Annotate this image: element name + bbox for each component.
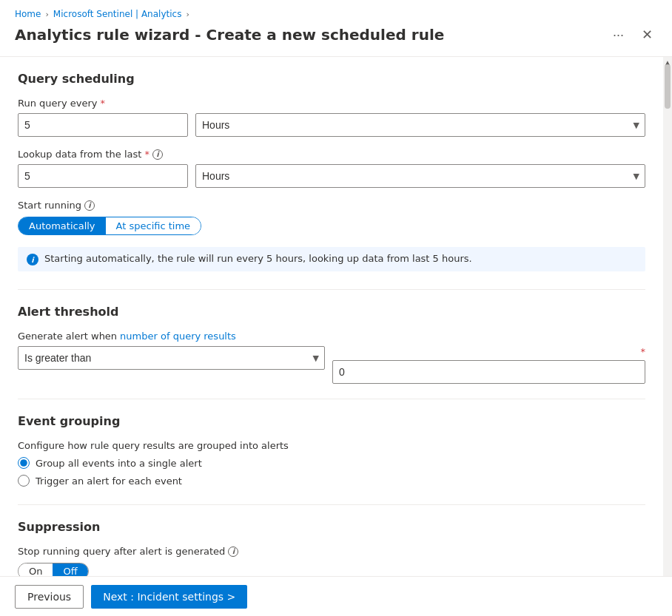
run-query-unit-wrapper: Hours ▼ [195,113,645,137]
start-running-info-icon[interactable]: i [84,200,95,211]
breadcrumb: Home › Microsoft Sentinel | Analytics › [0,0,672,25]
page-title: Analytics rule wizard - Create a new sch… [15,26,444,44]
run-query-input[interactable] [18,113,188,137]
threshold-required-indicator: * [332,346,645,357]
alert-threshold-section: Alert threshold Generate alert when numb… [18,305,645,384]
scrollbar: ▲ ▼ [663,57,672,599]
run-query-group: Run query every * Hours ▼ [18,98,645,137]
suppression-title: Suppression [18,520,645,534]
radio-each-event[interactable]: Trigger an alert for each event [18,475,645,487]
query-scheduling-title: Query scheduling [18,72,645,86]
threshold-value-input[interactable] [332,360,645,384]
lookup-input-wrapper [18,164,188,188]
previous-button[interactable]: Previous [15,585,84,609]
threshold-row: Is greater than ▼ * [18,346,645,384]
run-query-required: * [100,98,105,109]
info-box-text: Starting automatically, the rule will ru… [44,253,472,264]
run-query-unit-select[interactable]: Hours [195,113,645,137]
lookup-group: Lookup data from the last * i Hours ▼ [18,149,645,188]
close-button[interactable]: ✕ [637,25,657,44]
radio-each-event-label: Trigger an alert for each event [36,475,182,487]
lookup-unit-wrapper: Hours ▼ [195,164,645,188]
auto-button[interactable]: Automatically [19,217,106,234]
form-area: Query scheduling Run query every * Hours [0,57,663,599]
lookup-info-icon[interactable]: i [152,149,163,160]
breadcrumb-sentinel[interactable]: Microsoft Sentinel | Analytics [53,9,182,19]
page-header: Analytics rule wizard - Create a new sch… [0,25,672,57]
lookup-label: Lookup data from the last * i [18,149,645,160]
more-options-button[interactable]: ··· [608,26,628,44]
divider-2 [18,399,645,399]
info-box: i Starting automatically, the rule will … [18,247,645,271]
breadcrumb-sep-2: › [186,10,189,19]
run-query-input-wrapper [18,113,188,137]
breadcrumb-sep-1: › [45,10,48,19]
radio-group-all[interactable]: Group all events into a single alert [18,457,645,469]
start-running-toggle-group: Automatically At specific time [18,217,201,235]
lookup-unit-select[interactable]: Hours [195,164,645,188]
start-running-label: Start running i [18,200,645,211]
info-box-icon: i [27,254,38,265]
event-grouping-section: Event grouping Configure how rule query … [18,414,645,487]
suppression-info-icon[interactable]: i [228,546,238,557]
event-grouping-radio-group: Group all events into a single alert Tri… [18,457,645,487]
radio-group-all-input[interactable] [18,457,30,469]
run-query-row: Hours ▼ [18,113,645,137]
alert-threshold-title: Alert threshold [18,305,645,319]
header-icons: ··· ✕ [608,25,657,44]
threshold-value-group: * [332,346,645,384]
configure-text: Configure how rule query results are gro… [18,440,645,451]
divider-1 [18,289,645,290]
radio-each-event-input[interactable] [18,475,30,487]
generate-label: Generate alert when number of query resu… [18,331,645,342]
specific-time-button[interactable]: At specific time [106,217,201,234]
suppression-section: Suppression Stop running query after ale… [18,520,645,580]
query-scheduling-section: Query scheduling Run query every * Hours [18,72,645,271]
suppression-label: Stop running query after alert is genera… [18,546,645,557]
lookup-row: Hours ▼ [18,164,645,188]
scrollbar-thumb[interactable] [665,64,671,109]
radio-group-all-label: Group all events into a single alert [36,458,202,469]
event-grouping-title: Event grouping [18,414,645,428]
main-content: Query scheduling Run query every * Hours [0,57,672,599]
start-running-section: Start running i Automatically At specifi… [18,200,645,235]
run-query-label: Run query every * [18,98,645,109]
next-button[interactable]: Next : Incident settings > [91,585,247,609]
footer: Previous Next : Incident settings > [0,576,672,616]
breadcrumb-home[interactable]: Home [15,9,41,19]
lookup-required: * [144,149,149,160]
divider-3 [18,504,645,505]
threshold-condition-wrapper: Is greater than ▼ [18,346,325,370]
threshold-condition-select[interactable]: Is greater than [18,346,325,370]
lookup-input[interactable] [18,164,188,188]
